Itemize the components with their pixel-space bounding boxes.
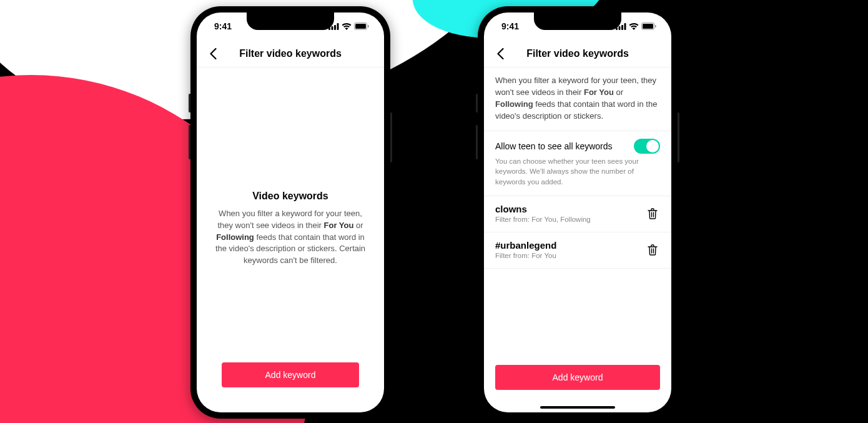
keyword-name: #urbanlegend [495,240,638,251]
back-button[interactable] [493,46,508,61]
visibility-toggle[interactable] [634,139,660,154]
svg-rect-13 [655,25,656,27]
svg-rect-8 [619,26,621,30]
add-keyword-button[interactable]: Add keyword [495,365,660,390]
add-keyword-button[interactable]: Add keyword [222,362,359,387]
keyword-name: clowns [495,204,638,214]
chevron-left-icon [210,48,217,59]
svg-rect-2 [334,25,336,30]
delete-keyword-button[interactable] [645,242,660,257]
wifi-icon [342,23,352,30]
keyword-row: #urbanlegend Filter from: For You [484,232,671,269]
status-time: 9:41 [501,21,519,31]
phone-mockup-list: 9:41 Filter video keywords When you filt… [478,6,678,419]
home-indicator [540,406,615,409]
battery-icon [641,22,656,30]
visibility-toggle-row: Allow teen to see all keywords You can c… [484,131,671,196]
wifi-icon [629,23,639,30]
svg-rect-5 [355,24,366,29]
phone-notch [247,12,334,30]
svg-rect-3 [337,23,339,30]
chevron-left-icon [497,48,504,59]
nav-title: Filter video keywords [484,48,671,59]
phone-mockup-empty: 9:41 Filter video keywords Video keyword… [190,6,390,419]
toggle-label: Allow teen to see all keywords [495,141,613,151]
status-time: 9:41 [214,21,232,31]
empty-title: Video keywords [252,191,328,202]
back-button[interactable] [205,46,220,61]
nav-header: Filter video keywords [484,40,671,67]
keyword-subtitle: Filter from: For You, Following [495,216,638,223]
svg-rect-1 [332,26,333,30]
trash-icon [648,244,658,256]
nav-title: Filter video keywords [197,48,384,59]
delete-keyword-button[interactable] [645,206,660,221]
toggle-description: You can choose whether your teen sees yo… [495,156,660,186]
intro-description: When you filter a keyword for your teen,… [484,67,671,131]
empty-description: When you filter a keyword for your teen,… [212,208,369,267]
trash-icon [648,208,658,219]
svg-rect-10 [624,23,626,30]
status-indicators [328,22,369,30]
keyword-row: clowns Filter from: For You, Following [484,196,671,232]
svg-rect-6 [368,25,369,27]
svg-rect-9 [621,25,623,30]
battery-icon [354,22,369,30]
empty-state: Video keywords When you filter a keyword… [197,105,384,352]
status-indicators [616,22,656,30]
nav-header: Filter video keywords [197,40,384,67]
phone-notch [534,12,621,30]
svg-rect-12 [643,24,653,29]
keyword-subtitle: Filter from: For You [495,252,638,259]
